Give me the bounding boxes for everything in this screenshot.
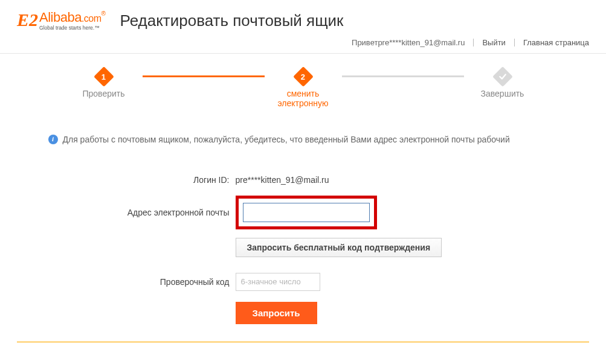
top-subnav: Приветpre****kitten_91@mail.ru Выйти Гла… <box>0 34 606 53</box>
step-2-badge: 2 <box>293 66 314 87</box>
submit-button[interactable]: Запросить <box>236 302 317 324</box>
divider <box>473 39 474 46</box>
main-content: i Для работы с почтовым ящиком, пожалуйс… <box>31 108 575 324</box>
header: E2 Alibaba.com® Global trade starts here… <box>0 0 606 34</box>
logout-link[interactable]: Выйти <box>482 38 506 47</box>
login-id-row: Логин ID: pre****kitten_91@mail.ru <box>48 175 558 185</box>
submit-row: Запросить <box>48 302 558 324</box>
progress-tracker: 1 2 Проверить сменить электронную Заверш… <box>0 54 606 108</box>
step-3 <box>466 69 539 84</box>
verification-code-input[interactable] <box>236 273 320 291</box>
home-link[interactable]: Главная страница <box>523 38 589 47</box>
code-label: Проверочный код <box>48 277 236 287</box>
divider <box>514 39 515 46</box>
email-label: Адрес электронной почты <box>48 208 236 217</box>
logo-brand: Alibaba.com® <box>39 11 105 24</box>
request-code-row: Запросить бесплатный код подтверждения <box>48 238 558 257</box>
greeting-text: Приветpre****kitten_91@mail.ru <box>352 38 465 47</box>
info-text: Для работы с почтовым ящиком, пожалуйста… <box>63 133 510 146</box>
email-input[interactable] <box>243 203 370 222</box>
step-3-label: Завершить <box>466 89 539 108</box>
info-icon: i <box>48 135 58 144</box>
request-code-button[interactable]: Запросить бесплатный код подтверждения <box>236 238 442 257</box>
step-1-badge: 1 <box>94 66 114 87</box>
email-row: Адрес электронной почты <box>48 196 558 229</box>
progress-line-1 <box>143 75 265 77</box>
alibaba-logo[interactable]: E2 Alibaba.com® Global trade starts here… <box>17 11 105 31</box>
step-3-badge <box>492 66 513 87</box>
step-2-label: сменить электронную <box>267 89 340 108</box>
check-icon <box>498 72 507 81</box>
login-id-label: Логин ID: <box>48 175 236 185</box>
login-id-value: pre****kitten_91@mail.ru <box>236 175 329 185</box>
email-form: Логин ID: pre****kitten_91@mail.ru Адрес… <box>48 175 558 324</box>
step-1-label: Проверить <box>68 89 140 108</box>
progress-line-2 <box>342 75 464 77</box>
info-notice: i Для работы с почтовым ящиком, пожалуйс… <box>48 133 558 146</box>
code-row: Проверочный код <box>48 273 558 291</box>
step-2: 2 <box>267 69 340 84</box>
page-title: Редактировать почтовый ящик <box>120 11 343 30</box>
step-1: 1 <box>68 69 140 84</box>
email-highlight-box <box>236 196 377 229</box>
footer-banner <box>17 341 589 352</box>
logo-tagline: Global trade starts here.™ <box>39 25 105 31</box>
logo-icon: E2 <box>17 11 38 29</box>
